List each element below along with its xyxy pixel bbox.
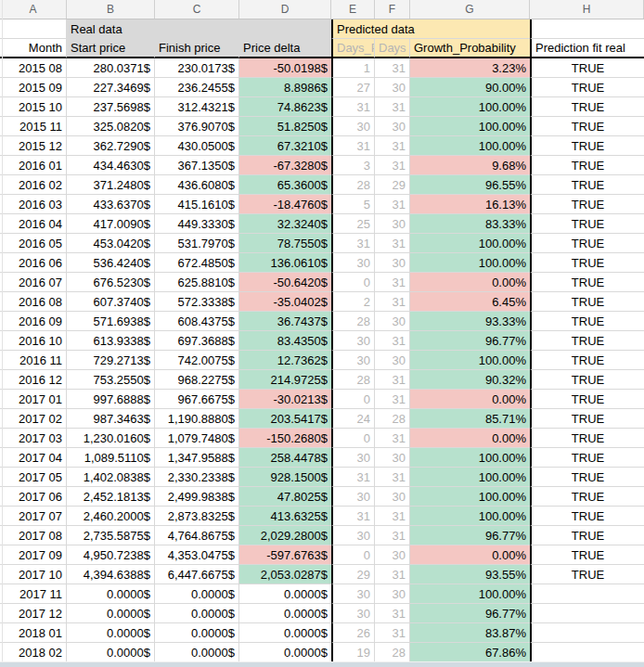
- days-grown-cell[interactable]: 31: [331, 97, 375, 117]
- days-total-cell[interactable]: 29: [375, 175, 410, 195]
- price-delta-cell[interactable]: 136.0610$: [239, 253, 331, 273]
- finish-price-cell[interactable]: 1,079.7480$: [155, 429, 239, 448]
- cell-h-blank[interactable]: [530, 19, 644, 39]
- prediction-fit-cell[interactable]: [530, 623, 644, 643]
- prediction-fit-cell[interactable]: TRUE: [530, 234, 644, 253]
- start-price-cell[interactable]: 417.0090$: [67, 214, 155, 234]
- start-price-cell[interactable]: 0.0000$: [67, 604, 155, 623]
- prediction-fit-cell[interactable]: TRUE: [530, 351, 644, 370]
- column-letter-D[interactable]: D: [239, 0, 331, 19]
- prediction-fit-cell[interactable]: [530, 643, 644, 662]
- start-price-cell[interactable]: 237.5698$: [67, 97, 155, 117]
- growth-probability-cell[interactable]: 85.71%: [410, 409, 530, 429]
- month-cell[interactable]: 2016 02: [0, 175, 67, 195]
- month-cell[interactable]: 2018 02: [0, 643, 67, 662]
- growth-probability-cell[interactable]: 100.00%: [410, 468, 530, 487]
- days-grown-cell[interactable]: 30: [331, 351, 375, 370]
- days-total-cell[interactable]: 30: [375, 78, 410, 97]
- start-price-cell[interactable]: 987.3463$: [67, 409, 155, 429]
- growth-probability-cell[interactable]: 93.33%: [410, 312, 530, 331]
- days-grown-cell[interactable]: 0: [331, 390, 375, 409]
- growth-probability-cell[interactable]: 100.00%: [410, 97, 530, 117]
- days-total-cell[interactable]: 30: [375, 253, 410, 273]
- days-grown-cell[interactable]: 25: [331, 214, 375, 234]
- growth-probability-cell[interactable]: 0.00%: [410, 390, 530, 409]
- growth-probability-cell[interactable]: 3.23%: [410, 58, 530, 78]
- days-total-cell[interactable]: 31: [375, 136, 410, 156]
- days-total-cell[interactable]: 31: [375, 195, 410, 214]
- days-grown-cell[interactable]: 30: [331, 526, 375, 545]
- price-delta-cell[interactable]: 0.0000$: [239, 623, 331, 643]
- horizontal-scrollbar[interactable]: [0, 661, 644, 667]
- days-grown-cell[interactable]: 31: [331, 507, 375, 526]
- days-total-cell[interactable]: 30: [375, 312, 410, 331]
- month-cell[interactable]: 2016 11: [0, 351, 67, 370]
- prediction-fit-cell[interactable]: TRUE: [530, 390, 644, 409]
- real-data-group-header[interactable]: Real data: [67, 19, 331, 39]
- price-delta-cell[interactable]: 67.3210$: [239, 136, 331, 156]
- month-header[interactable]: Month: [0, 39, 67, 58]
- finish-price-cell[interactable]: 0.0000$: [155, 643, 239, 662]
- month-cell[interactable]: 2018 01: [0, 623, 67, 643]
- start-price-cell[interactable]: 453.0420$: [67, 234, 155, 253]
- finish-price-cell[interactable]: 230.0173$: [155, 58, 239, 78]
- month-cell[interactable]: 2016 04: [0, 214, 67, 234]
- prediction-fit-cell[interactable]: TRUE: [530, 468, 644, 487]
- month-cell[interactable]: 2016 12: [0, 370, 67, 390]
- days-total-header[interactable]: Days: [375, 39, 410, 58]
- month-cell[interactable]: 2017 08: [0, 526, 67, 545]
- prediction-fit-cell[interactable]: TRUE: [530, 545, 644, 565]
- price-delta-cell[interactable]: 74.8623$: [239, 97, 331, 117]
- finish-price-cell[interactable]: 6,447.6675$: [155, 565, 239, 584]
- growth-probability-cell[interactable]: 96.77%: [410, 526, 530, 545]
- finish-price-cell[interactable]: 2,330.2338$: [155, 468, 239, 487]
- price-delta-cell[interactable]: 8.8986$: [239, 78, 331, 97]
- month-cell[interactable]: 2017 09: [0, 545, 67, 565]
- days-total-cell[interactable]: 30: [375, 487, 410, 507]
- start-price-cell[interactable]: 729.2713$: [67, 351, 155, 370]
- price-delta-cell[interactable]: -597.6763$: [239, 545, 331, 565]
- finish-price-cell[interactable]: 531.7970$: [155, 234, 239, 253]
- days-grown-cell[interactable]: 3: [331, 156, 375, 175]
- finish-price-cell[interactable]: 4,353.0475$: [155, 545, 239, 565]
- finish-price-cell[interactable]: 2,499.9838$: [155, 487, 239, 507]
- prediction-fit-cell[interactable]: TRUE: [530, 78, 644, 97]
- month-cell[interactable]: 2016 08: [0, 292, 67, 312]
- days-total-cell[interactable]: 28: [375, 409, 410, 429]
- growth-probability-cell[interactable]: 83.87%: [410, 623, 530, 643]
- month-cell[interactable]: 2017 07: [0, 507, 67, 526]
- price-delta-cell[interactable]: 47.8025$: [239, 487, 331, 507]
- month-cell[interactable]: 2017 02: [0, 409, 67, 429]
- growth-probability-cell[interactable]: 100.00%: [410, 584, 530, 604]
- growth-probability-cell[interactable]: 96.77%: [410, 604, 530, 623]
- finish-price-cell[interactable]: 967.6675$: [155, 390, 239, 409]
- finish-price-cell[interactable]: 572.3338$: [155, 292, 239, 312]
- finish-price-cell[interactable]: 449.3330$: [155, 214, 239, 234]
- start-price-cell[interactable]: 434.4630$: [67, 156, 155, 175]
- days-grown-cell[interactable]: 30: [331, 604, 375, 623]
- start-price-cell[interactable]: 4,394.6388$: [67, 565, 155, 584]
- days-total-cell[interactable]: 31: [375, 156, 410, 175]
- month-cell[interactable]: 2017 03: [0, 429, 67, 448]
- prediction-fit-header[interactable]: Prediction fit real: [530, 39, 644, 58]
- finish-price-cell[interactable]: 436.6080$: [155, 175, 239, 195]
- days-total-cell[interactable]: 31: [375, 526, 410, 545]
- days-total-cell[interactable]: 30: [375, 351, 410, 370]
- finish-price-cell[interactable]: 968.2275$: [155, 370, 239, 390]
- prediction-fit-cell[interactable]: TRUE: [530, 273, 644, 292]
- predicted-data-group-header[interactable]: Predicted data: [331, 19, 530, 39]
- days-total-cell[interactable]: 28: [375, 643, 410, 662]
- start-price-cell[interactable]: 536.4240$: [67, 253, 155, 273]
- start-price-cell[interactable]: 2,735.5875$: [67, 526, 155, 545]
- month-cell[interactable]: 2017 10: [0, 565, 67, 584]
- month-cell[interactable]: 2015 11: [0, 117, 67, 136]
- price-delta-cell[interactable]: 78.7550$: [239, 234, 331, 253]
- month-cell[interactable]: 2017 01: [0, 390, 67, 409]
- price-delta-cell[interactable]: 36.7437$: [239, 312, 331, 331]
- start-price-cell[interactable]: 571.6938$: [67, 312, 155, 331]
- month-cell[interactable]: 2016 06: [0, 253, 67, 273]
- start-price-cell[interactable]: 607.3740$: [67, 292, 155, 312]
- start-price-cell[interactable]: 362.7290$: [67, 136, 155, 156]
- finish-price-cell[interactable]: 608.4375$: [155, 312, 239, 331]
- days-grown-cell[interactable]: 28: [331, 312, 375, 331]
